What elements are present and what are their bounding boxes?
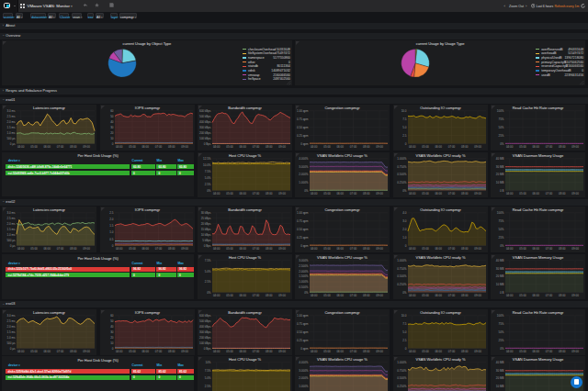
svg-text:2.5 ms: 2.5 ms xyxy=(6,318,16,322)
svg-text:3.0 ms: 3.0 ms xyxy=(6,211,16,215)
svg-text:0%: 0% xyxy=(402,188,407,192)
svg-text:08:00: 08:00 xyxy=(559,247,566,251)
svg-text:0.75 qpm: 0.75 qpm xyxy=(297,117,309,121)
svg-text:VSAN Daemon Memory Usage: VSAN Daemon Memory Usage xyxy=(513,255,564,260)
svg-text:Outstanding IO compmgr: Outstanding IO compmgr xyxy=(420,106,461,110)
svg-text:08:00: 08:00 xyxy=(559,294,566,297)
svg-text:09:00: 09:00 xyxy=(572,294,580,297)
svg-text:7.5: 7.5 xyxy=(402,321,407,325)
svg-text:06:00: 06:00 xyxy=(435,294,442,297)
svg-text:20: 20 xyxy=(110,335,114,339)
svg-text:Outstanding IO compmgr: Outstanding IO compmgr xyxy=(420,207,461,212)
svg-text:30 MB: 30 MB xyxy=(496,369,504,373)
svg-text:06:00: 06:00 xyxy=(141,350,149,353)
svg-text:0%: 0% xyxy=(305,291,310,295)
svg-text:2.5%: 2.5% xyxy=(205,183,211,186)
svg-text:08:00: 08:00 xyxy=(168,145,175,149)
svg-text:07:00: 07:00 xyxy=(253,145,260,149)
svg-text:100%: 100% xyxy=(497,314,504,318)
svg-text:1.000%: 1.000% xyxy=(397,361,407,364)
svg-text:05:00: 05:00 xyxy=(422,192,429,196)
svg-text:VSAN Worldlets CPU ready %: VSAN Worldlets CPU ready % xyxy=(415,153,465,158)
svg-text:Host CPU Usage %: Host CPU Usage % xyxy=(229,357,262,362)
svg-text:30 MB: 30 MB xyxy=(496,267,504,271)
svg-text:0 Bps: 0 Bps xyxy=(204,346,211,350)
svg-text:05:00: 05:00 xyxy=(129,247,136,251)
svg-text:0 qpm: 0 qpm xyxy=(301,346,310,350)
svg-text:06:00: 06:00 xyxy=(435,247,442,251)
svg-text:07:00: 07:00 xyxy=(350,294,357,297)
svg-text:04:00: 04:00 xyxy=(213,294,220,297)
svg-text:08:00: 08:00 xyxy=(461,350,469,353)
svg-text:10%: 10% xyxy=(205,361,210,364)
svg-text:09:00: 09:00 xyxy=(377,294,384,297)
svg-text:04:00: 04:00 xyxy=(213,145,220,149)
svg-text:Outstanding IO compmgr: Outstanding IO compmgr xyxy=(420,310,461,315)
svg-text:04:00: 04:00 xyxy=(506,294,514,297)
svg-text:40 MB: 40 MB xyxy=(496,361,504,364)
svg-text:06:00: 06:00 xyxy=(141,247,149,251)
svg-text:07:00: 07:00 xyxy=(546,145,553,149)
svg-text:07:00: 07:00 xyxy=(350,350,357,353)
svg-text:1.5 ms: 1.5 ms xyxy=(6,126,16,129)
svg-text:04:00: 04:00 xyxy=(409,294,416,297)
svg-text:0 Bps: 0 Bps xyxy=(204,142,211,146)
svg-text:0 µs: 0 µs xyxy=(10,142,16,146)
svg-text:2.5%: 2.5% xyxy=(205,280,211,284)
svg-text:20 MB: 20 MB xyxy=(496,173,504,176)
svg-text:25%: 25% xyxy=(499,236,504,240)
svg-text:04:00: 04:00 xyxy=(311,294,318,297)
svg-text:500 µs: 500 µs xyxy=(6,341,16,344)
svg-text:40: 40 xyxy=(110,120,114,124)
svg-text:0.5: 0.5 xyxy=(109,238,114,241)
svg-text:75%: 75% xyxy=(499,321,504,325)
svg-text:3.000%: 3.000% xyxy=(300,369,310,373)
svg-text:07:00: 07:00 xyxy=(448,192,456,196)
svg-text:50%: 50% xyxy=(499,330,504,333)
svg-text:Read Cache Hit Rate compmgr: Read Cache Hit Rate compmgr xyxy=(513,207,564,212)
svg-text:40 MB: 40 MB xyxy=(496,259,504,263)
svg-text:08:00: 08:00 xyxy=(461,294,469,297)
svg-text:07:00: 07:00 xyxy=(57,247,64,251)
svg-text:0 qpm: 0 qpm xyxy=(301,244,310,248)
svg-text:4.0: 4.0 xyxy=(402,211,407,215)
svg-text:06:00: 06:00 xyxy=(239,247,246,251)
svg-text:06:00: 06:00 xyxy=(337,247,345,251)
svg-text:0.25 qpm: 0.25 qpm xyxy=(297,134,309,138)
svg-text:2.000%: 2.000% xyxy=(300,270,310,274)
svg-text:1.500%: 1.500% xyxy=(300,274,310,278)
svg-text:09:00: 09:00 xyxy=(181,247,188,251)
svg-text:09:00: 09:00 xyxy=(278,350,286,353)
svg-text:07:00: 07:00 xyxy=(57,350,64,353)
svg-text:2.000%: 2.000% xyxy=(300,173,310,176)
svg-text:2.0 ms: 2.0 ms xyxy=(6,324,16,328)
svg-text:Congestion compmgr: Congestion compmgr xyxy=(325,106,361,110)
svg-text:30: 30 xyxy=(110,126,114,129)
svg-text:100 kBps: 100 kBps xyxy=(199,137,211,140)
svg-text:0%: 0% xyxy=(305,188,310,192)
svg-text:0 B: 0 B xyxy=(500,188,504,192)
svg-text:1.000%: 1.000% xyxy=(300,385,310,388)
svg-text:1.000%: 1.000% xyxy=(300,181,310,184)
svg-text:3.0 ms: 3.0 ms xyxy=(6,314,16,318)
svg-text:04:00: 04:00 xyxy=(409,192,416,196)
svg-text:04:00: 04:00 xyxy=(506,145,514,149)
svg-text:2.0: 2.0 xyxy=(402,228,407,231)
svg-text:05:00: 05:00 xyxy=(226,247,233,251)
svg-text:60: 60 xyxy=(110,314,114,318)
svg-text:40: 40 xyxy=(110,324,114,328)
svg-text:07:00: 07:00 xyxy=(350,145,357,149)
svg-text:0.50 qpm: 0.50 qpm xyxy=(297,330,309,333)
svg-text:1.5 ms: 1.5 ms xyxy=(6,228,16,231)
svg-text:0.50 qpm: 0.50 qpm xyxy=(297,126,309,129)
svg-text:05:00: 05:00 xyxy=(422,145,429,149)
svg-text:10 MB: 10 MB xyxy=(496,283,504,286)
svg-text:0%: 0% xyxy=(500,346,504,350)
svg-text:10.0: 10.0 xyxy=(401,109,406,113)
svg-text:2.5%: 2.5% xyxy=(205,385,211,388)
svg-text:2.5 ms: 2.5 ms xyxy=(6,217,16,220)
svg-text:1.00 qpm: 1.00 qpm xyxy=(297,211,309,215)
svg-text:05:00: 05:00 xyxy=(422,350,429,353)
svg-text:06:00: 06:00 xyxy=(337,294,345,297)
svg-text:1.5 ms: 1.5 ms xyxy=(6,330,16,333)
